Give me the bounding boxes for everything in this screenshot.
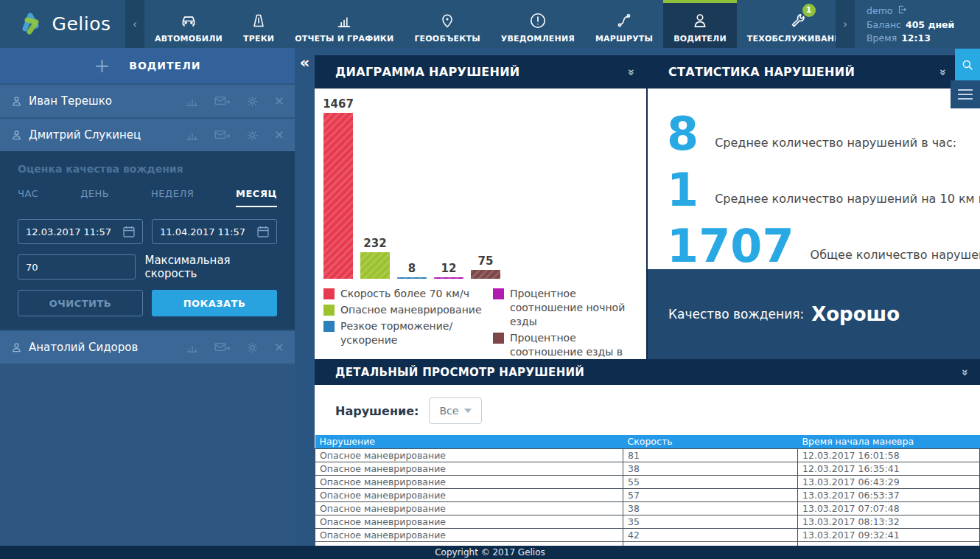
legend-label: Скорость более 70 км/ч [340,287,469,301]
table-row[interactable]: Опасное маневрирование3812.03.2017 16:35… [315,462,980,475]
maintenance-badge: 1 [802,4,816,17]
double-chevron-down-icon[interactable]: « [936,69,949,76]
drivers-sidebar: + ВОДИТЕЛИ Иван Терешко ✕ Дмитрий Слукин… [0,48,295,546]
max-speed-input[interactable]: 70 [18,254,136,280]
brand-name: Gelios [52,13,111,35]
balance-label: Баланс [867,19,901,30]
column-header: Время начала маневра [798,435,980,448]
chevron-down-icon [464,409,472,413]
clear-button[interactable]: ОЧИСТИТЬ [18,290,143,316]
nav-tab-geoobjects[interactable]: ГЕООБЪЕКТЫ [404,0,490,48]
table-row[interactable]: Опасное маневрирование5513.03.2017 06:43… [315,475,980,488]
bar [360,252,390,279]
driver-row-anatoly[interactable]: Анатолий Сидоров ✕ [0,331,295,364]
nav-tab-drivers[interactable]: ВОДИТЕЛИ [663,0,737,48]
logout-icon[interactable] [897,4,908,17]
bar-dangerous-maneuvering: 232 [360,237,390,279]
search-button[interactable] [955,49,980,80]
driver-settings-button[interactable] [246,95,259,108]
menu-button[interactable] [951,80,980,108]
driver-message-button[interactable] [214,129,231,141]
driver-name: Иван Терешко [29,94,112,108]
stats-body: 8 Среднее количество нарушений в час: 1 … [648,88,980,269]
driver-message-button[interactable] [214,95,231,107]
driver-row-dmitry[interactable]: Дмитрий Слукинец ✕ [0,119,295,151]
table-row[interactable]: Опасное маневрирование4213.03.2017 09:32… [315,528,980,541]
driver-stats-button[interactable] [186,129,199,141]
stat-value: 1 [667,169,699,211]
driver-row-ivan[interactable]: Иван Терешко ✕ [0,85,295,117]
app-logo[interactable]: Gelios [0,0,125,48]
time-label: Время [867,32,897,44]
stat-per-10km: 1 Среднее количество нарушений на 10 км … [667,155,973,211]
person-icon [10,95,23,108]
sidebar-empty-area [0,364,295,546]
period-tabs: ЧАС ДЕНЬ НЕДЕЛЯ МЕСЯЦ [18,188,277,207]
driving-quality-form: Оценка качества вождения ЧАС ДЕНЬ НЕДЕЛЯ… [0,151,295,330]
driving-quality-banner: Качество вождения: Хорошо [648,269,980,359]
bar-speeding: 1467 [323,97,353,279]
double-chevron-down-icon[interactable]: « [958,369,971,376]
stats-panel-header: СТАТИСТИКА НАРУШЕНИЙ « [648,55,980,88]
bar-value-label: 1467 [323,97,354,111]
car-icon [178,8,200,30]
tab-hour[interactable]: ЧАС [18,188,38,207]
max-speed-label: Максимальная скорость [144,254,277,280]
nav-tab-routes[interactable]: МАРШРУТЫ [585,0,663,48]
driver-name: Дмитрий Слукинец [29,128,141,142]
top-nav: Gelios ‹ АВТОМОБИЛИ ТРЕКИ ОТЧЕТЫ И ГРАФИ… [0,0,980,48]
nav-tab-maintenance[interactable]: 1 ТЕХОБСЛУЖИВАНИЕ [737,0,836,48]
driver-remove-button[interactable]: ✕ [274,95,284,108]
panel-title: ДИАГРАММА НАРУШЕНИЙ [335,65,520,79]
table-row[interactable]: Опасное маневрирование5713.03.2017 06:53… [315,488,980,501]
tab-day[interactable]: ДЕНЬ [80,188,109,207]
time-value: 12:13 [901,32,931,44]
sidebar-collapse-strip: « [295,48,315,546]
nav-scroll-right-button[interactable]: › [836,0,855,48]
table-row[interactable]: Опасное маневрирование3513.03.2017 08:13… [315,515,980,528]
table-row[interactable]: Опасное маневрирование3813.03.2017 07:07… [315,501,980,515]
nav-tab-notifications[interactable]: УВЕДОМЛЕНИЯ [491,0,585,48]
violation-filter-select[interactable]: Все [429,397,482,424]
legend-item: Скорость более 70 км/ч [323,287,493,301]
chevron-left-icon: ‹ [133,18,137,31]
table-row[interactable]: Опасное маневрирование8112.03.2017 16:01… [315,448,980,462]
calendar-icon [257,226,269,237]
driver-stats-button[interactable] [186,95,199,107]
nav-scroll-left-button[interactable]: ‹ [125,0,144,48]
table-header-row: Нарушение Скорость Время начала маневра [315,435,980,448]
user-name: demo [867,5,892,16]
bar-value-label: 232 [363,237,386,250]
nav-tab-tracks[interactable]: ТРЕКИ [233,0,284,48]
bar-chart-icon [335,8,354,30]
driver-message-button[interactable] [214,341,231,353]
driver-settings-button[interactable] [246,129,259,142]
double-chevron-left-icon[interactable]: « [295,48,315,71]
legend-label: Опасное маневрирование [340,303,482,317]
driver-name: Анатолий Сидоров [29,341,138,354]
tab-month[interactable]: МЕСЯЦ [236,188,277,207]
driver-settings-button[interactable] [246,341,259,354]
nav-tab-reports[interactable]: ОТЧЕТЫ И ГРАФИКИ [284,0,404,48]
date-to-input[interactable]: 11.04.2017 11:57 [152,219,277,244]
quality-value: Хорошо [811,303,900,325]
driver-remove-button[interactable]: ✕ [274,129,284,142]
nav-tab-vehicles[interactable]: АВТОМОБИЛИ [144,0,233,48]
map-pin-icon [438,8,456,30]
plus-icon[interactable]: + [94,56,110,75]
date-from-input[interactable]: 12.03.2017 11:57 [18,219,143,244]
show-button[interactable]: ПОКАЗАТЬ [152,290,277,316]
violations-diagram-panel: ДИАГРАММА НАРУШЕНИЙ « 1467 232 8 12 75 С… [315,55,646,359]
tab-week[interactable]: НЕДЕЛЯ [151,188,194,207]
driver-remove-button[interactable]: ✕ [274,341,284,354]
chevron-right-icon: › [843,18,847,31]
column-header: Нарушение [315,435,623,448]
table-row-clipped[interactable] [315,541,980,546]
driver-stats-button[interactable] [186,341,199,353]
stat-label: Общее количество нарушений: [811,248,980,267]
nav-tabs: АВТОМОБИЛИ ТРЕКИ ОТЧЕТЫ И ГРАФИКИ ГЕООБЪ… [144,0,836,48]
stat-value: 8 [667,113,699,155]
stat-value: 1707 [667,225,794,267]
sidebar-header: + ВОДИТЕЛИ [0,48,295,83]
double-chevron-down-icon[interactable]: « [624,69,637,76]
